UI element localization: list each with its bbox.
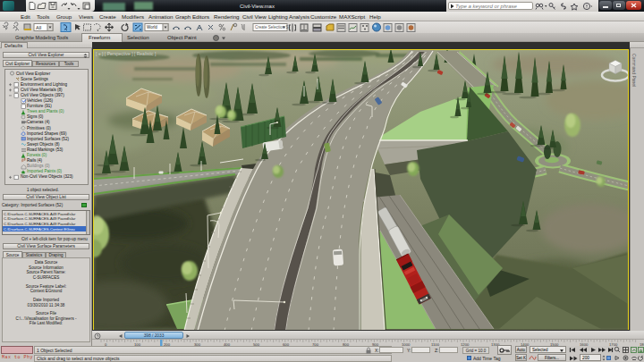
svg-text:World: World: [147, 25, 157, 29]
